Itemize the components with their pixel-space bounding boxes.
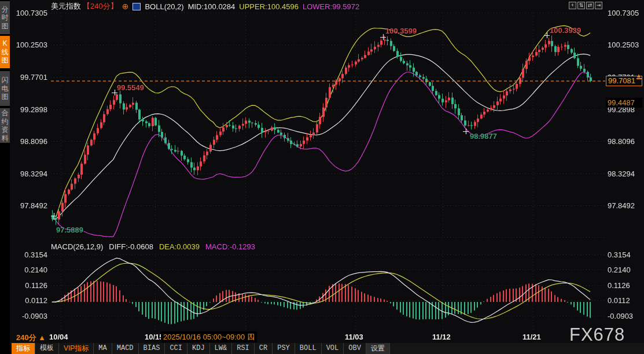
- macd-tick-right: 0.2140: [608, 266, 631, 274]
- price-tick-left: 98.3294: [13, 169, 47, 178]
- price-tick-right: 100.7305: [608, 9, 639, 17]
- fit-vertical-icon[interactable]: ⇅: [577, 2, 585, 9]
- macd-legend: MACD(26,12,9) DIFF:-0.0608 DEA:0.0039 MA…: [51, 242, 255, 251]
- toolbar-item-bias[interactable]: BIAS: [139, 343, 165, 354]
- macd-tick-right: 0.0112: [608, 296, 630, 305]
- swing-label: 98.9877: [470, 132, 497, 141]
- kline-app: 分 时 图 K 线 图 闪 电 图 合 约 资 料 美元指数 【240分】 ⊕ …: [0, 0, 644, 354]
- sidebar-char: 闪: [2, 76, 9, 84]
- price-tick-left: 100.7305: [13, 9, 47, 17]
- period-switch[interactable]: 240分 ▲: [16, 333, 46, 343]
- boll-lower-value: LOWER:99.5972: [303, 2, 359, 11]
- fit-horizontal-icon[interactable]: ⇄: [586, 2, 594, 9]
- chart-type-icon[interactable]: [133, 3, 141, 10]
- sidebar-char: 图: [2, 56, 9, 65]
- sidebar-char: 约: [2, 117, 9, 126]
- macd-tick-right: 0.1126: [608, 281, 630, 290]
- toolbar-item-vol[interactable]: VOL: [322, 343, 344, 354]
- candle-time-tooltip: 2025/10/16 05:00~09:00 四: [161, 331, 257, 342]
- macd-macd-value: MACD:-0.1293: [205, 242, 255, 251]
- macd-diff-value: DIFF:-0.0608: [109, 242, 153, 251]
- toolbar-item-rsi[interactable]: RSI: [232, 343, 255, 354]
- toolbar-item-indicator[interactable]: 指标: [12, 343, 35, 354]
- sidebar-char: 电: [2, 84, 9, 93]
- sidebar-char: 图: [2, 93, 9, 101]
- x-label: 11/12: [432, 333, 451, 341]
- secondary-price-badge: 99.4487: [606, 98, 642, 108]
- toolbar-item-psy[interactable]: PSY: [273, 343, 295, 354]
- sidebar-char: 图: [2, 22, 9, 31]
- toolbar-item-cr[interactable]: CR: [255, 343, 273, 354]
- boll-label: BOLL(20,2): [145, 2, 183, 11]
- sidebar-char: 线: [2, 48, 9, 57]
- toolbar-item-vip[interactable]: VIP指标: [59, 343, 94, 354]
- price-up-arrow-icon: ▲: [635, 73, 642, 79]
- toolbar-item-boll[interactable]: BOLL: [295, 343, 322, 354]
- boll-upper-value: UPPER:100.4596: [239, 2, 299, 11]
- swing-label: 99.5549: [117, 83, 144, 92]
- toolbar-item-obv[interactable]: OBV: [344, 343, 366, 354]
- toolbar-item-ma[interactable]: MA: [94, 343, 112, 354]
- macd-tick-left: 0.0112: [13, 296, 47, 305]
- chart-legend: 美元指数 【240分】 ⊕ BOLL(20,2) MID:100.0284 UP…: [51, 2, 359, 11]
- price-tick-left: 99.7701: [13, 73, 47, 82]
- sidebar-char: 料: [2, 134, 9, 143]
- toolbar-item-settings[interactable]: 设置: [366, 343, 390, 354]
- period-label: 【240分】: [83, 1, 118, 12]
- sidebar-item-timeshare[interactable]: 分 时 图: [0, 1, 10, 34]
- swing-label: 97.5889: [56, 226, 83, 234]
- pan-tool-icon[interactable]: +: [569, 2, 576, 9]
- macd-tick-left: 0.2140: [13, 266, 47, 274]
- sidebar-char: 合: [2, 109, 9, 117]
- circle-plus-icon[interactable]: ⊕: [122, 3, 129, 10]
- sidebar-item-lightning[interactable]: 闪 电 图: [0, 71, 10, 106]
- price-tick-left: 99.2898: [13, 105, 47, 114]
- price-tick-right: 100.2503: [608, 40, 639, 49]
- price-tick-right: 98.3294: [608, 169, 635, 178]
- price-tick-right: 98.8096: [608, 137, 635, 146]
- x-label: 11/21: [522, 333, 541, 341]
- price-macd-chart-canvas[interactable]: [0, 0, 644, 354]
- toolbar-item-template[interactable]: 模板: [35, 343, 59, 354]
- sidebar-char: 资: [2, 126, 9, 134]
- macd-tick-left: 0.3154: [13, 250, 47, 259]
- macd-tick-right: -0.0903: [608, 312, 633, 320]
- macd-tick-left: -0.0903: [13, 312, 47, 320]
- sidebar-char: 分: [2, 5, 9, 14]
- sidebar-item-contract-info[interactable]: 合 约 资 料: [0, 108, 10, 143]
- collapse-right-icon[interactable]: ⇥: [595, 2, 602, 9]
- left-sidebar: 分 时 图 K 线 图 闪 电 图 合 约 资 料: [0, 0, 10, 354]
- price-tick-left: 100.2503: [13, 40, 47, 49]
- macd-dea-value: DEA:0.0039: [159, 242, 200, 251]
- toolbar-item-macd[interactable]: MACD: [112, 343, 139, 354]
- swing-label: 100.3599: [385, 27, 417, 35]
- price-tick-left: 97.8492: [13, 201, 47, 210]
- price-tick-left: 98.8096: [13, 137, 47, 146]
- symbol-name: 美元指数: [51, 1, 81, 12]
- time-axis: 240分 ▲ 10/04 10/15 10/24 11/03 11/12 11/…: [0, 332, 644, 342]
- zoom-toolbar: + ⇅ ⇄ ⇥: [569, 2, 602, 9]
- x-label: 10/04: [49, 333, 68, 341]
- price-tick-right: 97.8492: [608, 201, 635, 210]
- toolbar-item-lwr[interactable]: LW&: [210, 343, 233, 354]
- toolbar-item-kdj[interactable]: KDJ: [187, 343, 210, 354]
- macd-tick-right: 0.3154: [608, 250, 631, 259]
- swing-label: 100.3939: [550, 26, 581, 35]
- sidebar-char: K: [2, 39, 7, 48]
- toolbar-item-cci[interactable]: CCI: [165, 343, 187, 354]
- macd-tick-left: 0.1126: [13, 281, 47, 290]
- macd-params: MACD(26,12,9): [51, 242, 103, 251]
- x-label: 11/03: [345, 333, 363, 341]
- indicator-toolbar: 指标 模板 VIP指标 MA MACD BIAS CCI KDJ LW& RSI…: [12, 343, 644, 354]
- boll-mid-value: MID:100.0284: [188, 2, 235, 11]
- sidebar-char: 时: [2, 13, 9, 22]
- sidebar-item-kline[interactable]: K 线 图: [0, 36, 10, 68]
- watermark: FX678: [569, 325, 625, 345]
